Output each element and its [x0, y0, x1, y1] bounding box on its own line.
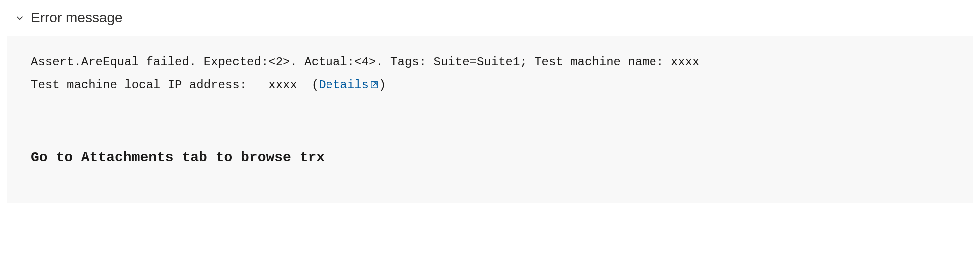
svg-line-1	[373, 83, 376, 86]
ip-redacted: xxxx	[268, 78, 297, 92]
details-link[interactable]: Details	[319, 78, 379, 92]
error-text-line1: Assert.AreEqual failed. Expected:<2>. Ac…	[31, 56, 671, 69]
attachments-instruction: Go to Attachments tab to browse trx	[31, 144, 949, 171]
section-title: Error message	[31, 10, 123, 26]
error-message-panel: Assert.AreEqual failed. Expected:<2>. Ac…	[7, 36, 973, 203]
error-text-line2: Test machine local IP address:	[31, 78, 254, 92]
error-text-block: Assert.AreEqual failed. Expected:<2>. Ac…	[31, 51, 949, 96]
details-close-paren: )	[379, 78, 386, 92]
details-open-paren: (	[297, 78, 319, 92]
error-message-section-header[interactable]: Error message	[0, 0, 980, 36]
chevron-down-icon	[14, 12, 26, 24]
details-link-label: Details	[319, 78, 369, 92]
external-link-icon	[370, 80, 379, 90]
machine-name-redacted: xxxx	[671, 56, 700, 69]
